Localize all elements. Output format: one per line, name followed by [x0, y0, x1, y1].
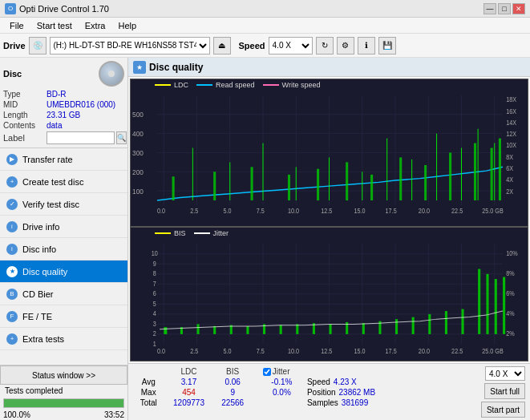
nav-disc-info[interactable]: i Disc info	[0, 238, 127, 260]
svg-rect-64	[474, 143, 476, 200]
menu-help[interactable]: Help	[111, 19, 143, 32]
svg-rect-114	[164, 327, 167, 334]
svg-rect-135	[495, 279, 497, 334]
disc-label-input[interactable]	[47, 131, 115, 144]
transfer-rate-icon: ▶	[6, 154, 18, 165]
cd-bier-icon: B	[6, 289, 18, 300]
svg-text:9: 9	[153, 260, 156, 268]
start-full-button[interactable]: Start full	[484, 383, 525, 399]
charts-area: LDC Read speed Write speed	[128, 77, 530, 363]
maximize-button[interactable]: □	[498, 3, 511, 14]
svg-text:12.5: 12.5	[321, 207, 332, 215]
svg-text:6: 6	[153, 290, 156, 298]
save-button[interactable]: 💾	[378, 37, 396, 55]
legend-ldc: LDC	[155, 81, 188, 89]
sidebar: Disc Type BD-R MID UMEBDR016 (000) Lengt…	[0, 58, 128, 420]
nav-create-test-disc[interactable]: + Create test disc	[0, 171, 127, 193]
disc-info-icon: i	[6, 244, 18, 255]
svg-rect-57	[288, 175, 290, 200]
menu-extra[interactable]: Extra	[79, 19, 112, 32]
speed-info-row: Speed 4.23 X	[307, 378, 478, 386]
quality-title: Disc quality	[149, 62, 203, 73]
drive-select[interactable]: (H:) HL-DT-ST BD-RE WH16NS58 TST4	[50, 37, 210, 55]
svg-rect-129	[412, 317, 415, 333]
nav-fe-te[interactable]: F FE / TE	[0, 305, 127, 328]
nav-verify-test-disc[interactable]: ✓ Verify test disc	[0, 193, 127, 216]
bottom-chart: BIS Jitter	[130, 227, 528, 361]
nav-disc-quality[interactable]: ★ Disc quality	[0, 260, 127, 283]
status-window-button[interactable]: Status window >>	[0, 365, 127, 385]
col-ldc: LDC	[164, 366, 213, 377]
svg-text:15.0: 15.0	[354, 347, 366, 355]
svg-rect-117	[213, 326, 216, 334]
svg-text:8%: 8%	[506, 269, 514, 277]
nav-drive-info[interactable]: i Drive info	[0, 216, 127, 238]
app-icon: O	[5, 3, 16, 14]
quality-header-icon: ★	[133, 61, 146, 74]
nav-disc-quality-label: Disc quality	[22, 267, 67, 277]
svg-text:300: 300	[132, 148, 144, 157]
contents-label: Contents	[3, 121, 45, 130]
nav-transfer-rate[interactable]: ▶ Transfer rate	[0, 148, 127, 171]
speed-select[interactable]: 4.0 X	[269, 37, 313, 55]
speed-info-value: 4.23 X	[334, 378, 357, 386]
start-part-button[interactable]: Start part	[481, 402, 525, 418]
speed-position-info: Speed 4.23 X Position 23862 MB Samples 3…	[307, 366, 478, 418]
svg-rect-54	[172, 176, 175, 200]
nav-extra-tests[interactable]: + Extra tests	[0, 328, 127, 350]
label-total: Total	[133, 398, 164, 408]
svg-text:17.5: 17.5	[386, 207, 397, 215]
svg-rect-59	[346, 162, 348, 200]
total-bis: 22566	[214, 398, 252, 408]
minimize-button[interactable]: —	[483, 3, 496, 14]
disc-quality-icon: ★	[6, 266, 18, 277]
nav-create-test-disc-label: Create test disc	[22, 177, 83, 187]
settings-button[interactable]: ⚙	[337, 37, 354, 55]
svg-text:18X: 18X	[506, 96, 517, 104]
svg-text:2: 2	[153, 330, 156, 338]
svg-text:25.0 GB: 25.0 GB	[482, 207, 503, 215]
contents-value: data	[47, 121, 62, 130]
svg-text:7: 7	[153, 280, 156, 288]
legend-write-speed: Write speed	[263, 81, 321, 89]
speed-dropdown[interactable]: 4.0 X	[485, 366, 525, 381]
avg-jitter: -0.1%	[260, 377, 304, 387]
menu-file[interactable]: File	[3, 19, 30, 32]
label-button[interactable]: 🔍	[116, 131, 127, 144]
refresh-button[interactable]: ↻	[316, 37, 334, 55]
label-max: Max	[133, 387, 164, 398]
svg-text:4X: 4X	[506, 176, 514, 184]
svg-text:12X: 12X	[506, 131, 517, 139]
total-spacer	[252, 398, 260, 408]
svg-rect-124	[330, 324, 332, 334]
eject-button[interactable]: ⏏	[213, 37, 231, 55]
svg-text:200: 200	[132, 168, 144, 176]
svg-text:2%: 2%	[506, 330, 514, 338]
max-jitter: 0.0%	[260, 387, 304, 398]
total-jitter	[260, 398, 304, 408]
svg-text:16X: 16X	[506, 107, 517, 115]
jitter-check-label: Jitter	[273, 367, 290, 376]
info-button[interactable]: ℹ	[358, 37, 375, 55]
legend-jitter: Jitter	[194, 229, 229, 237]
col-label	[133, 366, 164, 377]
verify-disc-icon: ✓	[6, 199, 18, 210]
avg-ldc: 3.17	[164, 377, 213, 387]
label-avg: Avg	[133, 377, 164, 387]
stats-row-total: Total 1209773 22566	[133, 398, 304, 408]
position-value: 23862 MB	[339, 388, 376, 397]
samples-value: 381699	[342, 398, 368, 407]
svg-text:25.0 GB: 25.0 GB	[482, 347, 503, 355]
bottom-chart-svg: 10 9 8 7 6 5 4 3 2 1 10% 8%	[131, 239, 528, 359]
legend-bis: BIS	[155, 229, 186, 237]
close-button[interactable]: ✕	[512, 3, 525, 14]
nav-cd-bier[interactable]: B CD Bier	[0, 283, 127, 305]
svg-text:10%: 10%	[506, 249, 517, 257]
svg-text:12.5: 12.5	[321, 347, 333, 355]
svg-text:5.0: 5.0	[224, 347, 233, 355]
max-bis: 9	[214, 387, 252, 398]
status-bottom: 100.0% 33:52	[0, 410, 127, 420]
jitter-checkbox[interactable]	[263, 368, 271, 376]
nav-cd-bier-label: CD Bier	[22, 289, 54, 299]
menu-start-test[interactable]: Start test	[30, 19, 79, 32]
